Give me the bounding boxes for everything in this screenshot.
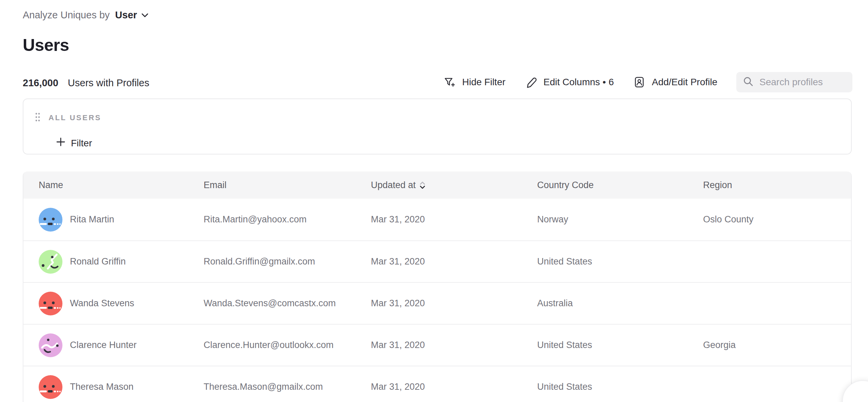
user-country: Australia <box>537 298 703 309</box>
user-country: Norway <box>537 214 703 225</box>
column-header-country-code[interactable]: Country Code <box>537 180 703 190</box>
hide-filter-label: Hide Filter <box>462 77 506 88</box>
user-email: Ronald.Griffin@gmailx.com <box>204 256 371 267</box>
user-updated-at: Mar 31, 2020 <box>371 214 537 225</box>
user-email: Clarence.Hunter@outlookx.com <box>204 340 371 350</box>
user-email: Theresa.Mason@gmailx.com <box>204 382 371 392</box>
count-label: Users with Profiles <box>68 77 149 89</box>
avatar <box>39 333 62 357</box>
avatar <box>39 250 62 274</box>
user-updated-at: Mar 31, 2020 <box>371 256 537 267</box>
search-box[interactable] <box>736 72 852 92</box>
page-title: Users <box>23 35 69 55</box>
table-row[interactable]: Wanda Stevens Wanda.Stevens@comcastx.com… <box>23 282 851 324</box>
avatar <box>39 208 62 232</box>
user-name: Rita Martin <box>70 214 114 225</box>
add-edit-profile-button[interactable]: Add/Edit Profile <box>633 76 717 89</box>
sort-arrows-icon <box>420 182 425 189</box>
column-header-updated-at[interactable]: Updated at <box>371 180 537 190</box>
user-country: United States <box>537 256 703 267</box>
add-filter-label: Filter <box>71 138 92 149</box>
avatar <box>39 375 62 399</box>
table-row[interactable]: Theresa Mason Theresa.Mason@gmailx.com M… <box>23 366 851 402</box>
user-name: Wanda Stevens <box>70 298 134 309</box>
column-header-name[interactable]: Name <box>39 180 204 190</box>
user-name: Clarence Hunter <box>70 340 137 350</box>
add-filter-button[interactable]: Filter <box>56 137 92 149</box>
plus-icon <box>56 137 65 149</box>
filter-panel: ALL USERS Filter <box>23 98 852 154</box>
table-row[interactable]: Rita Martin Rita.Martin@yahoox.com Mar 3… <box>23 199 851 240</box>
table-row[interactable]: Clarence Hunter Clarence.Hunter@outlookx… <box>23 324 851 366</box>
table-row[interactable]: Ronald Griffin Ronald.Griffin@gmailx.com… <box>23 240 851 282</box>
toolbar: Hide Filter Edit Columns • 6 Add/Edit Pr… <box>443 72 852 92</box>
user-email: Wanda.Stevens@comcastx.com <box>204 298 371 309</box>
count-value: 216,000 <box>23 77 58 89</box>
user-name: Theresa Mason <box>70 382 134 392</box>
funnel-plus-icon <box>443 76 456 89</box>
search-input[interactable] <box>759 77 846 88</box>
chevron-down-icon[interactable] <box>141 13 149 18</box>
user-region: Georgia <box>703 340 851 350</box>
user-country: United States <box>537 382 703 392</box>
profiles-count: 216,000 Users with Profiles <box>23 77 149 89</box>
user-updated-at: Mar 31, 2020 <box>371 382 537 392</box>
profile-badge-icon <box>633 76 646 89</box>
user-email: Rita.Martin@yahoox.com <box>204 214 371 225</box>
user-region: Oslo County <box>703 214 851 225</box>
filter-group-label: ALL USERS <box>49 113 101 122</box>
column-header-email[interactable]: Email <box>204 180 371 190</box>
breadcrumb: Analyze Uniques by User <box>23 10 149 21</box>
column-header-region[interactable]: Region <box>703 180 851 190</box>
table-header: Name Email Updated at Country Code Regio… <box>23 171 851 199</box>
user-name: Ronald Griffin <box>70 256 126 267</box>
analyze-uniques-label: Analyze Uniques by <box>23 10 110 21</box>
user-country: United States <box>537 340 703 350</box>
users-page: Analyze Uniques by User Users 216,000 Us… <box>0 0 868 402</box>
search-icon <box>742 76 754 89</box>
add-edit-profile-label: Add/Edit Profile <box>652 77 717 88</box>
edit-columns-button[interactable]: Edit Columns • 6 <box>525 76 614 89</box>
user-updated-at: Mar 31, 2020 <box>371 340 537 350</box>
pencil-icon <box>525 76 537 89</box>
drag-handle-icon[interactable] <box>35 112 40 124</box>
analyze-by-dropdown[interactable]: User <box>115 10 137 21</box>
user-updated-at: Mar 31, 2020 <box>371 298 537 309</box>
avatar <box>39 292 62 315</box>
hide-filter-button[interactable]: Hide Filter <box>443 76 506 89</box>
users-table: Name Email Updated at Country Code Regio… <box>23 171 852 402</box>
edit-columns-label: Edit Columns • 6 <box>544 77 614 88</box>
